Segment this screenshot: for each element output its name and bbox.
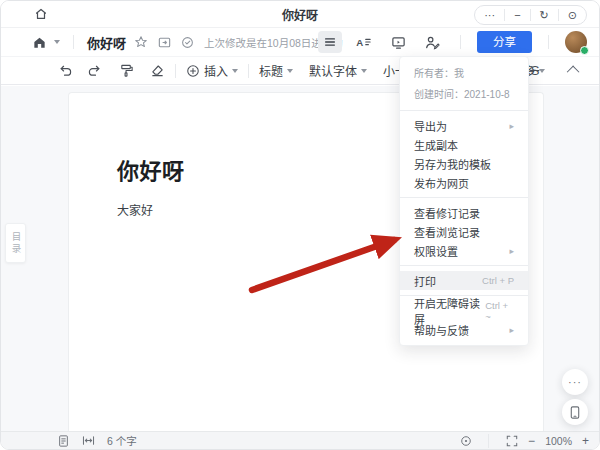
statusbar-right: − 100% + (459, 434, 589, 448)
window-more-icon[interactable]: ··· (475, 6, 504, 24)
chevron-down-icon[interactable] (54, 40, 60, 44)
menu-item-accessibility-reader[interactable]: 开启无障碍读屏Ctrl + ~ (400, 301, 528, 320)
share-button[interactable]: 分享 (477, 31, 532, 53)
menu-item-print[interactable]: 打印Ctrl + P (400, 271, 528, 290)
divider (175, 64, 176, 78)
menu-item-publish-as-webpage[interactable]: 发布为网页 (400, 173, 528, 192)
chevron-down-icon (539, 69, 545, 73)
zoom-out-button[interactable]: − (528, 435, 535, 447)
locate-cursor-icon[interactable] (459, 434, 472, 447)
submenu-arrow-icon: ▸ (509, 121, 514, 131)
menu-item-save-as-template[interactable]: 另存为我的模板 (400, 154, 528, 173)
redo-icon[interactable] (84, 60, 107, 82)
user-avatar[interactable] (565, 31, 587, 53)
menu-created-info: 创建时间：2021-10-8 (400, 84, 528, 105)
font-family-select[interactable]: 默认字体 (305, 60, 371, 82)
mobile-view-button[interactable] (562, 399, 588, 425)
window-record-icon[interactable]: ⊙ (559, 6, 586, 24)
toc-tab[interactable]: 目录 (5, 223, 26, 263)
saved-check-icon (179, 34, 195, 50)
divider (488, 434, 489, 448)
app-window: 你好呀 ··· − ↻ ⊙ 你好呀 (0, 0, 600, 450)
outline-icon[interactable]: A (352, 31, 376, 53)
move-to-folder-icon[interactable] (156, 34, 172, 50)
window-refresh-icon[interactable]: ↻ (531, 6, 558, 24)
heading-select[interactable]: 标题 (255, 60, 297, 82)
window-minimize-icon[interactable]: − (505, 6, 529, 24)
submenu-arrow-icon: ▸ (509, 325, 514, 335)
menu-owner-info: 所有者：我 (400, 63, 528, 84)
menu-item-revision-history[interactable]: 查看修订记录 (400, 203, 528, 222)
insert-button[interactable]: 插入 (182, 60, 242, 82)
chevron-down-icon (232, 69, 238, 73)
clear-format-icon[interactable] (146, 60, 169, 82)
zoom-in-button[interactable]: + (582, 435, 589, 447)
chevron-down-icon (361, 69, 367, 73)
divider (73, 35, 74, 49)
fullscreen-icon[interactable] (505, 434, 518, 447)
titlebar: 你好呀 ··· − ↻ ⊙ (1, 1, 599, 28)
menu-item-view-history[interactable]: 查看浏览记录 (400, 222, 528, 241)
floating-more-button[interactable]: ··· (562, 369, 588, 395)
header-right: A 分享 (318, 31, 587, 53)
menu-divider (400, 265, 528, 266)
workspace-home-icon[interactable] (31, 34, 47, 50)
svg-text:A: A (356, 37, 363, 48)
present-mode-icon[interactable] (386, 31, 410, 53)
menu-item-help-feedback[interactable]: 帮助与反馈▸ (400, 320, 528, 339)
format-painter-icon[interactable] (115, 60, 138, 82)
edit-permission-icon[interactable] (420, 31, 444, 53)
menu-item-export-as[interactable]: 导出为▸ (400, 116, 528, 135)
shortcut-label: Ctrl + P (482, 275, 514, 286)
zoom-level[interactable]: 100% (545, 435, 572, 447)
divider (460, 35, 461, 49)
status-bar: 6 个字 − 100% + (1, 431, 599, 449)
undo-icon[interactable] (53, 60, 76, 82)
menu-divider (400, 197, 528, 198)
menu-hamburger-icon[interactable] (318, 31, 342, 53)
divider (248, 64, 249, 78)
window-controls: ··· − ↻ ⊙ (474, 5, 587, 25)
chevron-down-icon (287, 69, 293, 73)
menu-divider (400, 110, 528, 111)
shortcut-label: Ctrl + ~ (485, 300, 514, 322)
header-bar: 你好呀 上次修改是在10月08日进行的 A (1, 28, 599, 57)
document-title: 你好呀 (87, 33, 126, 52)
header-left: 你好呀 上次修改是在10月08日进行的 (31, 33, 343, 52)
menu-item-permission-settings[interactable]: 权限设置▸ (400, 241, 528, 260)
fit-width-icon[interactable] (82, 434, 95, 447)
collapse-toolbar-icon[interactable] (563, 60, 585, 82)
statusbar-left: 6 个字 (57, 433, 137, 448)
submenu-arrow-icon: ▸ (509, 246, 514, 256)
star-icon[interactable] (133, 34, 149, 50)
menu-item-make-copy[interactable]: 生成副本 (400, 135, 528, 154)
word-count: 6 个字 (107, 433, 137, 448)
page-view-icon[interactable] (57, 434, 70, 447)
wechat-badge-icon (580, 46, 589, 55)
divider (548, 35, 549, 49)
more-menu-dropdown: 所有者：我 创建时间：2021-10-8 导出为▸ 生成副本 另存为我的模板 发… (399, 56, 529, 346)
